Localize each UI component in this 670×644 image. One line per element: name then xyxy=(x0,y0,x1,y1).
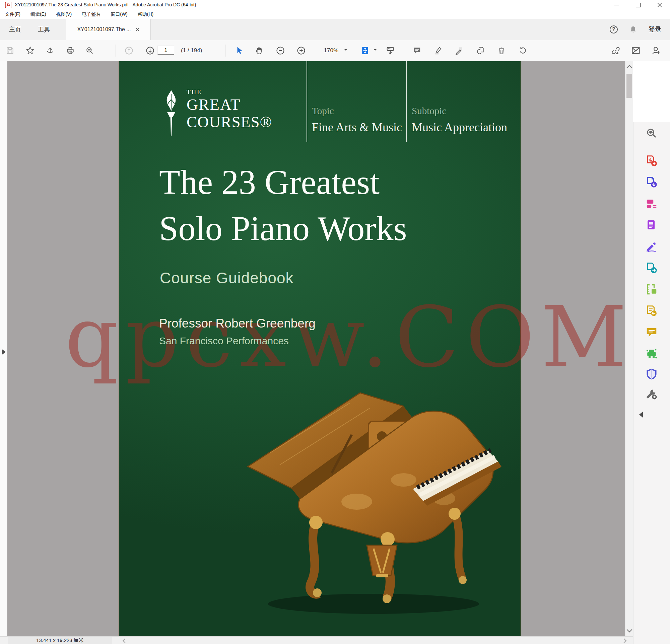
highlight-icon[interactable] xyxy=(433,46,443,55)
find-icon[interactable] xyxy=(85,46,94,55)
menu-edit[interactable]: 编辑(E) xyxy=(25,10,51,19)
tab-close-icon[interactable] xyxy=(136,28,139,31)
scroll-right-icon[interactable] xyxy=(622,638,627,643)
subtopic-label: Subtopic xyxy=(412,106,446,117)
delete-pages-icon[interactable] xyxy=(497,46,506,55)
notification-bell-icon[interactable] xyxy=(629,25,637,33)
great-courses-logo: THE GREAT COURSES® xyxy=(162,88,273,138)
undo-icon[interactable] xyxy=(518,46,527,55)
link-tools-icon[interactable] xyxy=(611,46,620,55)
maximize-button[interactable] xyxy=(628,0,648,10)
window-title: XY0121001097.The 23 Greatest Solo Piano … xyxy=(15,2,196,8)
reading-mode-icon[interactable] xyxy=(386,46,395,55)
rotate-page-icon[interactable] xyxy=(476,46,485,55)
subtopic-value: Music Appreciation xyxy=(412,120,507,134)
page-count-label: (1 / 194) xyxy=(181,40,202,61)
torch-icon xyxy=(162,90,180,136)
comment-tool-icon[interactable] xyxy=(645,326,658,339)
previous-page-icon[interactable] xyxy=(124,46,134,55)
edit-pdf-icon[interactable] xyxy=(645,197,658,210)
print-icon[interactable] xyxy=(66,46,75,55)
organize-pages-icon[interactable] xyxy=(645,218,658,232)
combine-files-icon[interactable] xyxy=(645,283,658,296)
cover-subtitle: Course Guidebook xyxy=(160,269,294,287)
scrollbar-thumb[interactable] xyxy=(627,74,632,98)
watermark-text: qpcxw.COM xyxy=(65,296,632,379)
left-panel-strip[interactable] xyxy=(0,61,8,636)
select-tool-icon[interactable] xyxy=(234,46,244,55)
menu-window[interactable]: 窗口(W) xyxy=(106,10,133,19)
menu-help[interactable]: 帮助(H) xyxy=(133,10,159,19)
share-pdf-icon[interactable] xyxy=(645,261,658,275)
search-redact-icon[interactable] xyxy=(645,127,658,140)
cover-title-line2: Solo Piano Works xyxy=(159,211,407,246)
page-number-input[interactable] xyxy=(158,45,174,55)
grand-piano-image xyxy=(229,388,514,619)
tools-panel xyxy=(633,122,670,644)
title-bar: XY0121001097.The 23 Greatest Solo Piano … xyxy=(0,0,670,10)
cover-organization: San Francisco Performances xyxy=(159,335,289,347)
logo-text-courses: COURSES® xyxy=(187,114,272,130)
fit-width-icon[interactable] xyxy=(360,46,370,55)
protect-icon[interactable] xyxy=(645,367,658,381)
panel-collapse-icon[interactable] xyxy=(636,412,643,417)
tab-tools[interactable]: 工具 xyxy=(31,19,57,40)
fill-sign-pen-icon[interactable] xyxy=(645,240,658,253)
fit-dropdown-caret[interactable] xyxy=(374,49,377,52)
hand-tool-icon[interactable] xyxy=(255,46,264,55)
page-size-label: 13.441 x 19.223 厘米 xyxy=(8,637,112,644)
comment-icon[interactable] xyxy=(412,46,422,55)
request-signatures-icon[interactable] xyxy=(645,304,658,317)
main-toolbar: (1 / 194) 170% xyxy=(0,40,670,61)
cover-author: Professor Robert Greenberg xyxy=(159,316,316,330)
tab-document[interactable]: XY0121001097.The ... xyxy=(66,19,151,40)
logo-text-great: GREAT xyxy=(187,97,241,112)
logo-text-the: THE xyxy=(187,89,202,95)
scan-ocr-icon[interactable] xyxy=(645,347,658,360)
sign-in-button[interactable]: 登录 xyxy=(648,25,661,34)
scroll-left-icon[interactable] xyxy=(123,638,127,643)
favorite-star-icon[interactable] xyxy=(25,46,35,55)
tab-home[interactable]: 主页 xyxy=(2,19,28,40)
tab-bar: 主页 工具 XY0121001097.The ... 登录 xyxy=(0,19,670,41)
export-pdf-icon[interactable] xyxy=(645,176,658,189)
scroll-up-icon[interactable] xyxy=(627,65,632,71)
menu-esign[interactable]: 电子签名 xyxy=(77,10,106,19)
tab-document-label: XY0121001097.The ... xyxy=(77,26,131,32)
more-tools-icon[interactable] xyxy=(645,387,658,401)
create-pdf-icon[interactable] xyxy=(645,154,658,167)
topic-label: Topic xyxy=(312,106,334,117)
status-bar: 13.441 x 19.223 厘米 xyxy=(0,636,633,644)
next-page-icon[interactable] xyxy=(145,46,155,55)
document-workspace: THE GREAT COURSES® Topic Fine Arts & Mus… xyxy=(0,61,670,636)
divider xyxy=(406,61,407,142)
acrobat-app-icon xyxy=(5,2,11,8)
zoom-out-icon[interactable] xyxy=(276,46,285,55)
minimize-button[interactable] xyxy=(606,0,627,10)
zoom-in-icon[interactable] xyxy=(296,46,306,55)
help-icon[interactable] xyxy=(610,25,618,33)
menu-view[interactable]: 视图(V) xyxy=(51,10,77,19)
document-canvas: THE GREAT COURSES® Topic Fine Arts & Mus… xyxy=(8,61,632,636)
email-icon[interactable] xyxy=(631,46,641,55)
zoom-dropdown-caret[interactable] xyxy=(344,49,347,52)
divider xyxy=(307,61,307,142)
menu-bar: 文件(F) 编辑(E) 视图(V) 电子签名 窗口(W) 帮助(H) xyxy=(0,10,670,19)
share-icon[interactable] xyxy=(45,46,55,55)
zoom-level-value[interactable]: 170% xyxy=(313,40,338,61)
account-icon[interactable] xyxy=(651,46,661,55)
menu-file[interactable]: 文件(F) xyxy=(0,10,25,19)
scroll-down-icon[interactable] xyxy=(627,627,632,633)
close-button[interactable] xyxy=(649,0,670,10)
topic-value: Fine Arts & Music xyxy=(312,120,402,134)
save-icon[interactable] xyxy=(5,46,15,55)
cover-title-line1: The 23 Greatest xyxy=(159,165,379,200)
fill-sign-icon[interactable] xyxy=(455,46,464,55)
